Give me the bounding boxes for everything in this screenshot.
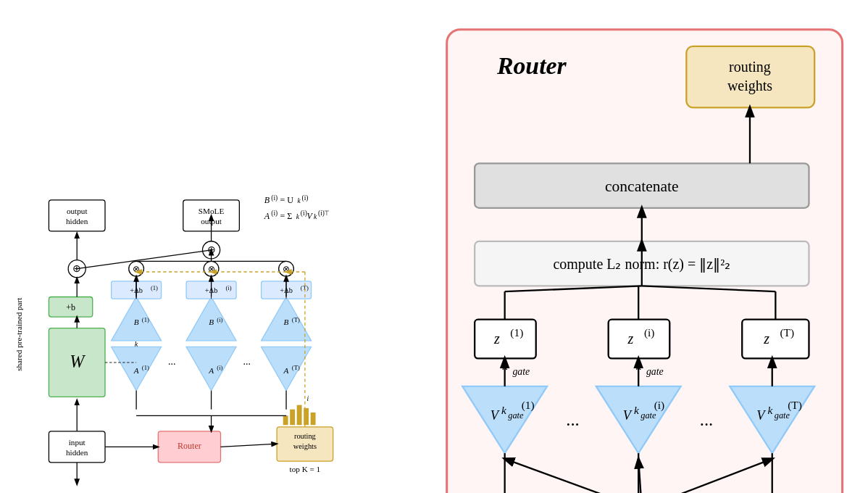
svg-text:⊤: ⊤ bbox=[324, 210, 330, 217]
input-hidden-box-left bbox=[49, 431, 105, 463]
bar3 bbox=[297, 405, 302, 426]
z1-text: z bbox=[493, 331, 500, 347]
Vi-subsub: gate bbox=[640, 410, 656, 420]
svg-text:(i): (i) bbox=[301, 210, 307, 218]
router-title: Router bbox=[496, 52, 567, 79]
routing-weights-text1: routing bbox=[294, 432, 316, 440]
output-hidden-text1: output bbox=[67, 207, 88, 215]
svg-text:V: V bbox=[306, 211, 313, 221]
b-text: +b bbox=[66, 302, 75, 312]
V1-subsub: gate bbox=[508, 410, 524, 420]
BT-sup: (T) bbox=[292, 316, 300, 323]
equation-line2: A bbox=[264, 211, 270, 221]
W-text: W bbox=[70, 352, 85, 371]
right-diagram-svg: Router routing weights concatenate compu… bbox=[441, 7, 854, 493]
A1-text: A bbox=[133, 366, 139, 375]
Bi-sup: (i) bbox=[217, 316, 222, 323]
V1-sub: k bbox=[501, 404, 507, 416]
dots1: ... bbox=[168, 356, 175, 367]
zT-sup: (T) bbox=[780, 326, 795, 339]
kgi-sub: gate bbox=[646, 366, 664, 377]
AT-sup: (T) bbox=[292, 364, 300, 371]
z1-sup: (1) bbox=[510, 326, 523, 339]
router-text: Router bbox=[178, 441, 201, 451]
routing-weights-box-right bbox=[686, 46, 814, 108]
zi-box bbox=[609, 320, 670, 359]
zT-box bbox=[742, 320, 809, 359]
BT-text: B bbox=[284, 318, 289, 326]
svg-text:k: k bbox=[314, 213, 317, 220]
bar4 bbox=[304, 408, 309, 425]
dots-right2: ... bbox=[700, 410, 713, 429]
svg-text:= Σ: = Σ bbox=[280, 211, 292, 221]
svg-text:k: k bbox=[298, 197, 301, 204]
input-hidden-text2: hidden bbox=[66, 448, 88, 457]
output-hidden-text2: hidden bbox=[66, 217, 88, 225]
rw-text1: routing bbox=[729, 59, 771, 75]
kg1-sub: gate bbox=[512, 366, 530, 377]
B1-sup: (1) bbox=[142, 316, 149, 323]
svg-text:= U: = U bbox=[280, 195, 293, 205]
left-diagram-svg: shared pre-trained part B (i) = U k (i) … bbox=[14, 7, 427, 493]
z1-box bbox=[475, 320, 536, 359]
concat-text: concatenate bbox=[605, 178, 679, 195]
bar2 bbox=[290, 410, 295, 426]
mul-symbol-3: ⊗ bbox=[283, 264, 290, 274]
line-router-weights bbox=[221, 444, 277, 447]
equation-line1: B bbox=[264, 195, 270, 205]
svg-text:k: k bbox=[296, 213, 300, 220]
A1-sup: (1) bbox=[142, 364, 149, 371]
i-label: i bbox=[306, 395, 309, 402]
bar1 bbox=[283, 415, 288, 425]
bar5 bbox=[311, 413, 316, 425]
Ai-text: A bbox=[208, 366, 214, 375]
zT-text: z bbox=[763, 331, 769, 347]
dots2: ... bbox=[243, 356, 251, 367]
Ai-sup: (i) bbox=[217, 364, 222, 371]
VT-sub: k bbox=[768, 404, 774, 416]
mul-symbol-2: ⊗ bbox=[208, 264, 215, 274]
Vi-sub: k bbox=[634, 404, 640, 416]
line-sum-left bbox=[77, 250, 211, 269]
main-container: shared pre-trained part B (i) = U k (i) … bbox=[0, 0, 868, 493]
output-hidden-box bbox=[49, 200, 105, 231]
zi-text: z bbox=[627, 331, 634, 347]
AT-text: A bbox=[283, 366, 289, 375]
B1-text: B bbox=[134, 318, 139, 326]
shared-pretrained-label: shared pre-trained part bbox=[14, 297, 23, 371]
VT-subsub: gate bbox=[775, 410, 790, 420]
db1-sup: (1) bbox=[151, 284, 158, 291]
svg-text:(i): (i) bbox=[271, 194, 277, 202]
dbi-sup: (i) bbox=[225, 284, 231, 291]
V1-sup: (1) bbox=[522, 399, 535, 412]
Vi-sup: (i) bbox=[654, 399, 665, 412]
rw-text2: weights bbox=[727, 78, 772, 94]
topk-label: top K = 1 bbox=[290, 465, 321, 473]
svg-text:(i): (i) bbox=[271, 210, 277, 218]
svg-text:(i): (i) bbox=[302, 194, 309, 202]
VT-sup: (T) bbox=[788, 399, 802, 412]
dots-right1: ... bbox=[566, 410, 579, 429]
smole-text1: SMoLE bbox=[199, 207, 225, 215]
routing-weights-text2: weights bbox=[293, 442, 317, 450]
Bi-text: B bbox=[209, 318, 214, 326]
input-hidden-text1: input bbox=[69, 438, 86, 447]
diagram-area: shared pre-trained part B (i) = U k (i) … bbox=[14, 7, 854, 493]
mul-symbol-1: ⊗ bbox=[133, 264, 140, 274]
zi-sup: (i) bbox=[644, 326, 655, 339]
